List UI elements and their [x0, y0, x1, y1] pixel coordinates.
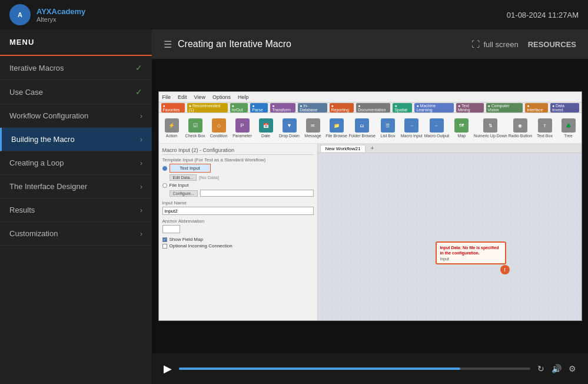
configure-button[interactable]: Configure... [170, 190, 198, 197]
menu-view[interactable]: View [194, 94, 205, 100]
progress-bar-fill [179, 368, 460, 370]
tool-numericupdown[interactable]: ⇅ Numeric Up Down [476, 118, 505, 138]
sidebar-item-iterative-macros[interactable]: Iterative Macros ✓ [0, 56, 152, 80]
progress-bar[interactable] [179, 368, 530, 370]
play-button[interactable]: ▶ [164, 362, 172, 375]
file-input-label: File Input [170, 183, 189, 188]
chevron-the-interface-designer: › [140, 183, 142, 191]
edit-data-button[interactable]: Edit Data... [170, 174, 197, 181]
badge-ml[interactable]: ● Machine Learning [414, 103, 454, 112]
menu-help[interactable]: Help [238, 94, 249, 100]
alteryx-tools: ⚡ Action ☑ Check Box ◇ Condition P Param… [159, 113, 582, 144]
tool-label-dropdown: Drop Down [279, 134, 300, 138]
input-name-field[interactable] [162, 207, 314, 215]
sidebar-item-the-interface-designer[interactable]: The Interface Designer › [0, 175, 152, 198]
badge-parse[interactable]: ● Parse [250, 103, 268, 112]
tool-tree[interactable]: 🌲 Tree [559, 118, 578, 138]
tool-icon-tree: 🌲 [562, 118, 576, 133]
text-input-box: Text Input [170, 164, 211, 173]
check-icon-use-case: ✓ [135, 87, 142, 97]
radio-text-input[interactable] [162, 166, 167, 171]
no-data-label: [No Data] [199, 175, 219, 180]
settings-icon[interactable]: ⚙ [569, 364, 576, 373]
canvas-add-tab[interactable]: + [368, 145, 376, 151]
error-node-text: Input Data: No file is specified in the … [440, 245, 501, 256]
input-name-label: Input Name [162, 200, 314, 206]
tool-textbox[interactable]: T Text Box [536, 118, 554, 138]
tool-label-macrooutput: Macro Output [424, 134, 449, 138]
brand-sub: Alteryx [36, 16, 85, 23]
tool-macroinput[interactable]: → Macro Input [402, 118, 421, 138]
tool-checkbox[interactable]: ☑ Check Box [186, 118, 205, 138]
canvas-tabs: New Workflow21 + [318, 144, 582, 153]
tool-message[interactable]: ✉ Message [304, 118, 323, 138]
brand-info: AYXAcademy Alteryx [36, 7, 85, 23]
optional-incoming-label: Optional Incoming Connection [170, 243, 232, 249]
sidebar-header: MENU [0, 29, 152, 56]
badge-favorites[interactable]: ● Favorites [161, 103, 185, 112]
badge-textmining[interactable]: ● Text Mining [456, 103, 484, 112]
top-bar: A AYXAcademy Alteryx 01-08-2024 11:27AM [0, 0, 588, 29]
hamburger-icon[interactable]: ☰ [164, 39, 172, 50]
alteryx-menubar: File Edit View Options Help [159, 92, 582, 102]
tool-condition[interactable]: ◇ Condition [210, 118, 228, 138]
badge-interface[interactable]: ● Interface [525, 103, 548, 112]
tool-map[interactable]: 🗺 Map [452, 118, 471, 138]
badge-cv[interactable]: ● Computer Vision [486, 103, 523, 112]
check-mark: ✓ [163, 237, 166, 241]
show-field-map-label: Show Field Map [170, 237, 203, 242]
video-container: File Edit View Options Help ● Favorites … [152, 59, 588, 353]
badge-spatial[interactable]: ● Spatial [393, 103, 412, 112]
tool-folderbrowse[interactable]: 🗂 Folder Browse [351, 118, 374, 138]
tool-label-checkbox: Check Box [185, 134, 205, 138]
sidebar-item-workflow-configuration[interactable]: Workflow Configuration › [0, 104, 152, 128]
tool-listbox[interactable]: ☰ List Box [378, 118, 397, 138]
badge-datainvest[interactable]: ● Data Invest. [550, 103, 579, 112]
chevron-building-the-macro: › [140, 135, 142, 144]
config-template-input-label: Template Input (For Test as a Standard W… [162, 157, 314, 163]
sidebar-item-results[interactable]: Results › [0, 198, 152, 222]
volume-icon[interactable]: 🔊 [552, 364, 562, 373]
sidebar-item-building-the-macro[interactable]: Building the Macro › [0, 128, 152, 151]
replay-icon[interactable]: ↻ [537, 364, 544, 373]
logo-text: A [18, 11, 22, 18]
sidebar-label-use-case: Use Case [9, 88, 43, 97]
badge-documentation[interactable]: ● Documentation [356, 103, 390, 112]
resources-button[interactable]: RESOURCES [528, 40, 576, 49]
tool-label-date: Date [261, 134, 270, 138]
tool-macrooutput[interactable]: ← Macro Output [426, 118, 447, 138]
tool-radiobutton[interactable]: ◉ Radio Button [510, 118, 530, 138]
tool-icon-dropdown: ▼ [283, 118, 297, 133]
badge-transform[interactable]: ● Transform [270, 103, 295, 112]
badge-indatabase[interactable]: ● In-Database [298, 103, 327, 112]
tool-parameter[interactable]: P Parameter [233, 118, 252, 138]
tool-label-parameter: Parameter [232, 134, 252, 138]
badge-recommended[interactable]: ● Recommended (1) [187, 103, 228, 112]
tool-icon-message: ✉ [306, 118, 320, 133]
sidebar-item-creating-a-loop[interactable]: Creating a Loop › [0, 151, 152, 175]
canvas-tab-workflow[interactable]: New Workflow21 [320, 145, 366, 152]
tool-filebrowse[interactable]: 📁 File Browse [327, 118, 346, 138]
badge-inout[interactable]: ● In/Out [230, 103, 248, 112]
menu-file[interactable]: File [162, 94, 171, 100]
show-field-map-checkbox[interactable]: ✓ [162, 237, 167, 242]
menu-options[interactable]: Options [212, 94, 231, 100]
fullscreen-button[interactable]: ⛶ full screen [471, 39, 518, 49]
tool-date[interactable]: 📅 Date [257, 118, 275, 138]
optional-incoming-checkbox[interactable] [162, 244, 167, 249]
config-panel-title: Macro Input (2) - Configuration [162, 147, 314, 155]
tool-icon-numericupdown: ⇅ [483, 118, 497, 133]
tool-dropdown[interactable]: ▼ Drop Down [280, 118, 299, 138]
sidebar-item-customization[interactable]: Customization › [0, 222, 152, 246]
menu-edit[interactable]: Edit [178, 94, 187, 100]
radio-file-input[interactable] [162, 183, 167, 188]
badge-reporting[interactable]: ● Reporting [330, 103, 354, 112]
configure-path-input[interactable] [200, 190, 314, 197]
tool-action[interactable]: ⚡ Action [162, 118, 181, 138]
sidebar-label-workflow-configuration: Workflow Configuration [9, 111, 88, 120]
sidebar-item-use-case[interactable]: Use Case ✓ [0, 80, 152, 104]
tool-icon-radiobutton: ◉ [513, 118, 527, 133]
config-template-input-section: Template Input (For Test as a Standard W… [162, 157, 314, 197]
optional-incoming-row: Optional Incoming Connection [162, 243, 314, 249]
anchor-abbr-field[interactable] [162, 225, 180, 233]
